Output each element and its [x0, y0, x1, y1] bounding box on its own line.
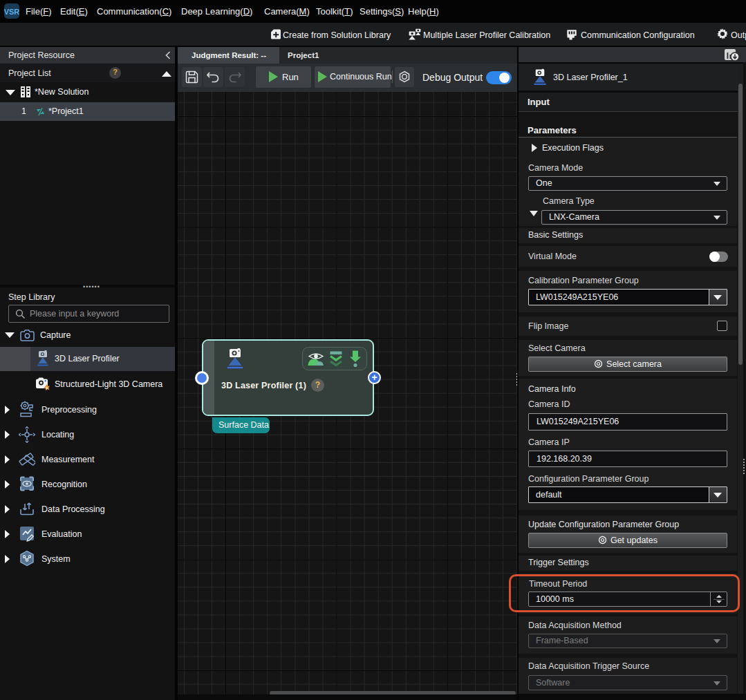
svg-text:VSR: VSR	[4, 8, 19, 16]
